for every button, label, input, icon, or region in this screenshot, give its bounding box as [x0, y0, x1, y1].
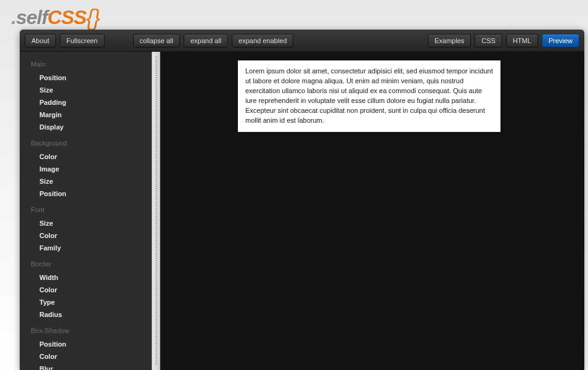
sidebar-item-blur[interactable]: Blur — [31, 363, 152, 370]
sidebar-item-color[interactable]: Color — [31, 284, 152, 296]
logo-css: CSS — [47, 6, 86, 28]
sidebar-group-box-shadow: Box-Shadow — [31, 327, 152, 334]
sidebar-item-margin[interactable]: Margin — [31, 109, 152, 121]
toolbar: About Fullscreen collapse all expand all… — [20, 30, 584, 52]
preview-content: Lorem ipsum dolor sit amet, consectetur … — [238, 60, 500, 132]
sidebar-item-image[interactable]: Image — [31, 163, 152, 175]
sidebar-item-position[interactable]: Position — [31, 338, 152, 350]
sidebar-group-font: Font — [31, 206, 152, 213]
logo-self: self — [16, 6, 47, 28]
preview-button[interactable]: Preview — [542, 34, 579, 47]
sidebar-group-background: Background — [31, 139, 152, 147]
collapse-all-button[interactable]: collapse all — [133, 34, 180, 47]
app-logo: .selfCSS{} — [11, 5, 100, 31]
logo-dot: . — [11, 6, 16, 28]
css-button[interactable]: CSS — [475, 34, 502, 47]
logo-braces: {} — [86, 5, 100, 30]
expand-all-button[interactable]: expand all — [184, 34, 228, 47]
sidebar-item-type[interactable]: Type — [31, 296, 152, 308]
sidebar-item-width[interactable]: Width — [31, 271, 152, 284]
sidebar-resizer[interactable] — [152, 52, 160, 370]
sidebar-item-color[interactable]: Color — [31, 350, 152, 363]
sidebar-item-size[interactable]: Size — [31, 175, 152, 187]
sidebar-item-size[interactable]: Size — [31, 217, 152, 229]
sidebar-item-radius[interactable]: Radius — [31, 308, 152, 321]
sidebar-item-color[interactable]: Color — [31, 150, 152, 163]
preview-area: Lorem ipsum dolor sit amet, consectetur … — [160, 52, 584, 370]
examples-button[interactable]: Examples — [428, 34, 471, 47]
sidebar-group-main: Main — [31, 60, 152, 68]
sidebar-item-display[interactable]: Display — [31, 121, 152, 133]
sidebar-item-size[interactable]: Size — [31, 84, 152, 96]
sidebar-group-border: Border — [31, 260, 152, 268]
app-frame: About Fullscreen collapse all expand all… — [20, 30, 584, 370]
fullscreen-button[interactable]: Fullscreen — [60, 34, 105, 47]
about-button[interactable]: About — [25, 34, 56, 47]
sidebar: MainPositionSizePaddingMarginDisplayBack… — [20, 52, 152, 370]
sidebar-item-color[interactable]: Color — [31, 229, 152, 242]
expand-enabled-button[interactable]: expand enabled — [232, 34, 293, 47]
sidebar-item-position[interactable]: Position — [31, 72, 152, 84]
sidebar-item-family[interactable]: Family — [31, 242, 152, 254]
sidebar-item-position[interactable]: Position — [31, 187, 152, 200]
html-button[interactable]: HTML — [506, 34, 538, 47]
app-body: MainPositionSizePaddingMarginDisplayBack… — [20, 52, 584, 370]
sidebar-item-padding[interactable]: Padding — [31, 96, 152, 109]
